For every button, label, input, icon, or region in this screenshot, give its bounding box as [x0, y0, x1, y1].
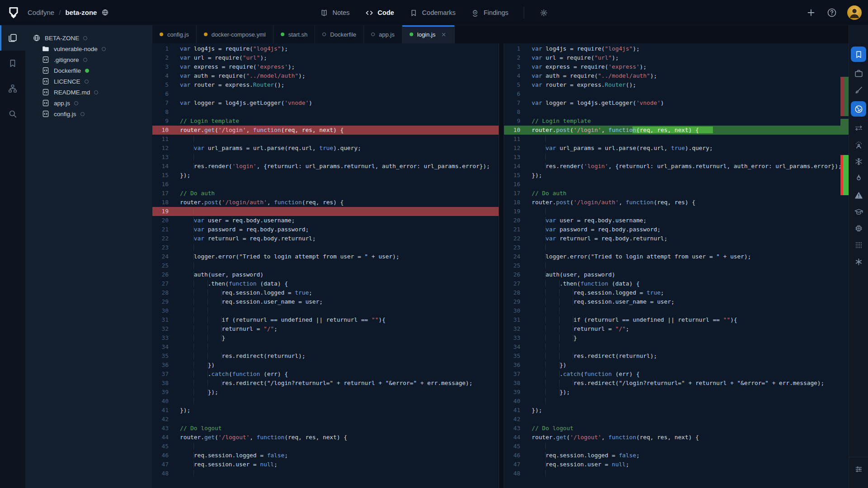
line-number[interactable]: 3 [504, 62, 526, 71]
code-line-47[interactable]: 47 req.session.user = null; [152, 460, 499, 469]
line-number[interactable]: 43 [152, 424, 174, 433]
code-line-45[interactable]: 45 [504, 442, 849, 451]
code-line-25[interactable]: 25 [152, 261, 499, 270]
code-line-46[interactable]: 46 req.session.logged = false; [504, 451, 849, 460]
code-line-12[interactable]: 12 var url_params = url.parse(req.url, t… [152, 144, 499, 153]
line-number[interactable]: 48 [152, 469, 174, 478]
code-line-4[interactable]: 4var auth = require("../model/auth"); [504, 71, 849, 80]
code-line-39[interactable]: 39 }); [504, 388, 849, 397]
line-number[interactable]: 15 [152, 171, 174, 180]
line-number[interactable]: 21 [152, 225, 174, 234]
left-tool-hierarchy-icon[interactable] [0, 76, 25, 101]
right-tool-warning-icon[interactable] [851, 189, 866, 200]
code-line-47[interactable]: 47 req.session.user = null; [504, 460, 849, 469]
code-line-40[interactable]: 40 [152, 397, 499, 406]
code-line-6[interactable]: 6 [504, 89, 849, 99]
line-number[interactable]: 19 [152, 207, 174, 216]
code-line-42[interactable]: 42 [504, 415, 849, 424]
line-number[interactable]: 26 [504, 270, 526, 279]
diff-pane-modified[interactable]: 1var log4js = require("log4js");2var url… [504, 43, 849, 488]
line-number[interactable]: 17 [152, 189, 174, 198]
code-line-23[interactable]: 23 [504, 243, 849, 252]
breadcrumb-app[interactable]: Codifyne [28, 9, 54, 16]
code-line-15[interactable]: 15}); [504, 171, 849, 180]
codifyne-logo-icon[interactable] [7, 6, 20, 19]
settings-gear-icon[interactable] [540, 9, 548, 17]
code-line-35[interactable]: 35 res.redirect(returnurl); [152, 352, 499, 361]
line-number[interactable]: 42 [152, 415, 174, 424]
line-number[interactable]: 2 [152, 53, 174, 62]
nav-item-findings[interactable]: Findings [471, 9, 509, 17]
line-number[interactable]: 1 [504, 44, 526, 53]
code-line-21[interactable]: 21 var password = req.body.password; [504, 225, 849, 234]
code-line-19[interactable]: 19 [504, 207, 849, 216]
line-number[interactable]: 38 [504, 379, 526, 388]
line-number[interactable]: 23 [504, 243, 526, 252]
code-line-36[interactable]: 36 }) [504, 361, 849, 370]
code-line-18[interactable]: 18router.post('/login/auth', function(re… [504, 198, 849, 207]
explorer-item-config.js[interactable]: config.js [25, 108, 152, 119]
code-line-13[interactable]: 13 [152, 153, 499, 162]
code-line-44[interactable]: 44router.get('/logout', function(req, re… [152, 433, 499, 442]
line-number[interactable]: 31 [152, 315, 174, 324]
line-number[interactable]: 18 [152, 198, 174, 207]
tab-start.sh[interactable]: start.sh [273, 25, 316, 43]
code-line-26[interactable]: 26 auth(user, password) [504, 270, 849, 279]
line-number[interactable]: 22 [152, 234, 174, 243]
left-tool-files-icon[interactable] [0, 25, 25, 51]
right-tool-brush-icon[interactable] [851, 84, 866, 95]
line-number[interactable]: 30 [504, 306, 526, 315]
line-number[interactable]: 30 [152, 306, 174, 315]
code-line-17[interactable]: 17// Do auth [152, 189, 499, 198]
code-line-41[interactable]: 41}); [152, 406, 499, 415]
line-number[interactable]: 24 [152, 252, 174, 261]
line-number[interactable]: 39 [152, 388, 174, 397]
code-line-23[interactable]: 23 [152, 243, 499, 252]
code-line-31[interactable]: 31 if (returnurl == undefined || returnu… [152, 315, 499, 324]
tab-app.js[interactable]: app.js [363, 25, 402, 43]
line-number[interactable]: 5 [152, 80, 174, 89]
line-number[interactable]: 48 [504, 469, 526, 478]
code-line-6[interactable]: 6 [152, 89, 499, 99]
code-line-19[interactable]: 19 [152, 207, 499, 216]
code-line-14[interactable]: 14 res.render('login', {returnurl: url_p… [504, 162, 849, 171]
line-number[interactable]: 42 [504, 415, 526, 424]
code-line-30[interactable]: 30 [152, 306, 499, 315]
line-number[interactable]: 39 [504, 388, 526, 397]
code-line-29[interactable]: 29 req.session.user_name = user; [152, 297, 499, 306]
right-tool-swap-arrows-icon[interactable] [851, 122, 866, 133]
line-number[interactable]: 44 [504, 433, 526, 442]
code-line-39[interactable]: 39 }); [152, 388, 499, 397]
code-line-20[interactable]: 20 var user = req.body.username; [504, 216, 849, 225]
code-line-32[interactable]: 32 returnurl = "/"; [152, 324, 499, 333]
code-line-2[interactable]: 2var url = require("url"); [504, 53, 849, 62]
code-line-16[interactable]: 16 [152, 180, 499, 189]
plus-icon[interactable] [806, 7, 816, 18]
code-line-41[interactable]: 41}); [504, 406, 849, 415]
code-line-8[interactable]: 8 [152, 108, 499, 117]
line-number[interactable]: 7 [152, 99, 174, 108]
code-line-46[interactable]: 46 req.session.logged = false; [152, 451, 499, 460]
code-line-44[interactable]: 44router.get('/logout', function(req, re… [504, 433, 849, 442]
right-tool-sliders-icon[interactable] [851, 464, 866, 474]
line-number[interactable]: 34 [152, 343, 174, 352]
code-line-22[interactable]: 22 var returnurl = req.body.returnurl; [152, 234, 499, 243]
line-number[interactable]: 27 [152, 279, 174, 288]
line-number[interactable]: 46 [152, 451, 174, 460]
right-tool-scan-check-icon[interactable] [851, 101, 866, 117]
line-number[interactable]: 1 [152, 44, 174, 53]
code-line-4[interactable]: 4var auth = require("../model/auth"); [152, 71, 499, 80]
explorer-root[interactable]: BETA-ZONE [25, 33, 152, 43]
code-line-27[interactable]: 27 .then(function (data) { [504, 279, 849, 288]
close-icon[interactable] [440, 31, 447, 38]
line-number[interactable]: 25 [504, 261, 526, 270]
line-number[interactable]: 24 [504, 252, 526, 261]
diff-pane-original[interactable]: 1var log4js = require("log4js");2var url… [152, 43, 499, 488]
line-number[interactable]: 16 [152, 180, 174, 189]
right-tool-chip-icon[interactable] [851, 223, 866, 234]
line-number[interactable]: 46 [504, 451, 526, 460]
line-number[interactable]: 32 [152, 324, 174, 333]
line-number[interactable]: 29 [152, 297, 174, 306]
code-line-48[interactable]: 48 [504, 469, 849, 478]
code-line-3[interactable]: 3var express = require('express'); [504, 62, 849, 71]
